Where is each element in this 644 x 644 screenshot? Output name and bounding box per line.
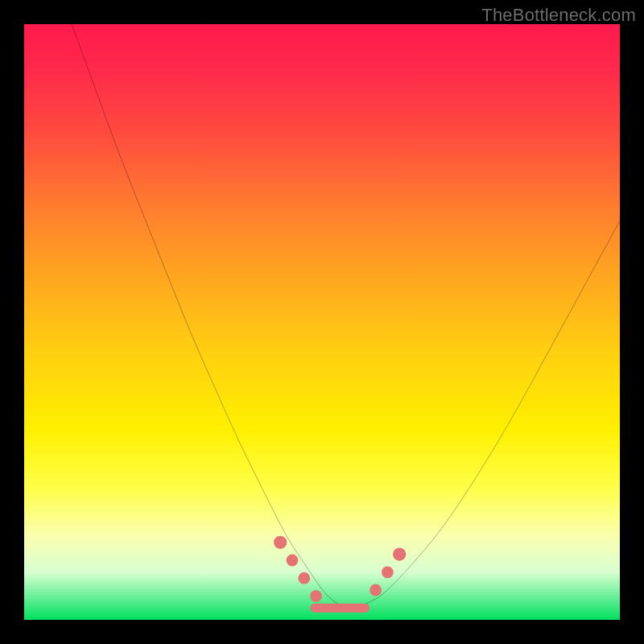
- chart-frame: TheBottleneck.com: [0, 0, 644, 644]
- left-dot-4: [310, 590, 322, 602]
- bottleneck-curve: [72, 24, 620, 608]
- left-dot-2: [287, 555, 299, 567]
- right-dot-3: [393, 547, 406, 560]
- right-dot-1: [369, 584, 382, 597]
- chart-svg: [24, 24, 620, 620]
- right-dot-2: [382, 566, 394, 578]
- plot-area: [24, 24, 620, 620]
- left-dot-1: [274, 536, 287, 549]
- left-dot-3: [298, 572, 310, 584]
- watermark-text: TheBottleneck.com: [481, 5, 636, 26]
- flat-bar: [310, 604, 369, 613]
